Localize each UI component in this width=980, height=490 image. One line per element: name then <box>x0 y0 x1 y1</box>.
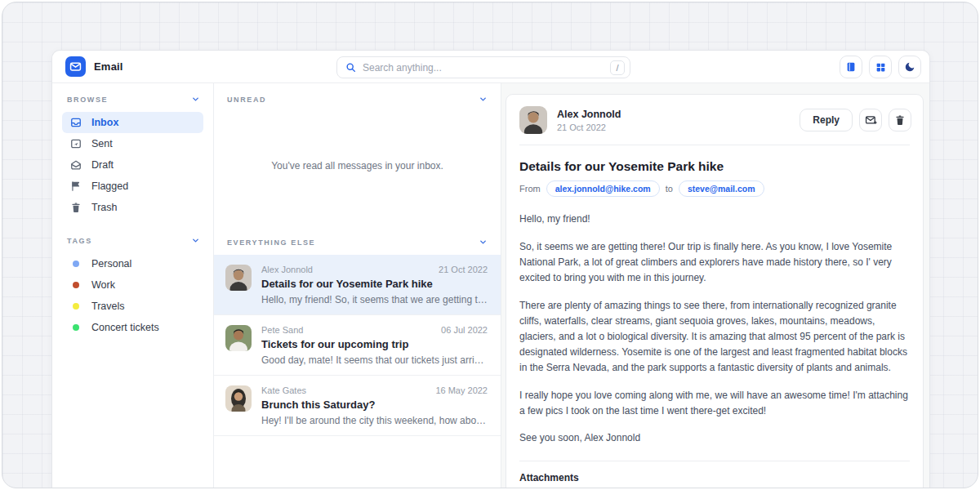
sidebar-item-label: Sent <box>91 138 113 149</box>
app-title: Email <box>94 60 123 73</box>
mail-preview: Hey! I'll be around the city this weeken… <box>261 415 488 426</box>
search-bar[interactable]: / <box>336 56 630 78</box>
tag-item-travels[interactable]: Travels <box>62 296 203 317</box>
from-label: From <box>519 184 541 194</box>
notebook-button[interactable] <box>840 56 862 78</box>
mail-preview: Hello, my friend! So, it seems that we a… <box>261 294 488 305</box>
message-list-panel: UNREAD You've read all messages in your … <box>214 83 501 488</box>
tag-color-dot <box>73 282 79 288</box>
sidebar-item-sent[interactable]: Sent <box>62 133 203 154</box>
body-paragraph: Hello, my friend! <box>519 212 910 227</box>
browse-label: BROWSE <box>67 96 108 104</box>
chevron-down-icon[interactable] <box>479 238 488 247</box>
trash-icon <box>70 202 82 213</box>
envelope-icon <box>69 60 82 73</box>
everything-else-label: EVERYTHING ELSE <box>227 238 315 247</box>
mail-list-item[interactable]: Pete Sand 06 Jul 2022 Tickets for our up… <box>214 315 501 376</box>
apps-grid-icon <box>875 62 886 73</box>
app-header: Email / <box>52 51 929 83</box>
app-logo <box>65 56 86 77</box>
mail-preview: Good day, mate! It seems that our ticket… <box>261 354 488 366</box>
tag-item-work[interactable]: Work <box>62 274 203 296</box>
tag-label: Travels <box>91 301 125 312</box>
notebook-icon <box>845 61 857 73</box>
header-actions <box>840 56 921 78</box>
unread-label: UNREAD <box>227 96 266 104</box>
dark-mode-button[interactable] <box>898 56 921 78</box>
tag-color-dot <box>73 261 79 267</box>
chevron-down-icon[interactable] <box>479 95 488 104</box>
mail-date: 21 Oct 2022 <box>439 265 488 274</box>
moon-icon <box>904 61 915 73</box>
sidebar-item-trash[interactable]: Trash <box>62 197 203 218</box>
reading-pane: Alex Jonnold 21 Oct 2022 Reply <box>501 83 929 488</box>
search-shortcut-hint: / <box>610 60 625 75</box>
email-body: Hello, my friend! So, it seems we are ge… <box>506 202 923 461</box>
mail-list-item[interactable]: Alex Jonnold 21 Oct 2022 Details for our… <box>214 255 501 315</box>
attachments-title: Attachments <box>519 472 910 483</box>
mail-subject: Brunch this Saturday? <box>261 399 488 411</box>
mail-date: 16 May 2022 <box>435 385 488 395</box>
mail-date: 06 Jul 2022 <box>441 325 488 335</box>
forward-mail-button[interactable] <box>859 109 882 131</box>
tag-label: Work <box>91 279 115 291</box>
desktop-background: Email / <box>2 2 978 488</box>
sidebar-item-draft[interactable]: Draft <box>62 154 203 176</box>
flag-icon <box>70 180 82 192</box>
email-app-window: Email / <box>51 50 930 488</box>
detail-date: 21 Oct 2022 <box>557 122 800 132</box>
search-input[interactable] <box>363 62 610 74</box>
sent-icon <box>70 138 82 149</box>
search-icon <box>345 62 356 73</box>
envelope-plus-icon <box>865 114 877 127</box>
sidebar-item-label: Trash <box>91 202 118 213</box>
body-paragraph: So, it seems we are getting there! Our t… <box>519 239 910 286</box>
chevron-down-icon[interactable] <box>191 236 200 245</box>
tag-item-personal[interactable]: Personal <box>62 253 203 274</box>
mail-subject: Details for our Yosemite Park hike <box>261 278 488 290</box>
email-detail-header: Alex Jonnold 21 Oct 2022 Reply <box>506 95 923 145</box>
avatar <box>225 265 252 291</box>
tag-item-concert-tickets[interactable]: Concert tickets <box>62 317 203 338</box>
inbox-icon <box>70 117 82 128</box>
draft-icon <box>70 159 82 171</box>
avatar <box>225 325 252 351</box>
tags-section-header[interactable]: TAGS <box>62 236 203 245</box>
browse-section-header[interactable]: BROWSE <box>62 95 203 104</box>
tags-label: TAGS <box>67 237 92 245</box>
sidebar-item-flagged[interactable]: Flagged <box>62 176 203 197</box>
sidebar-item-label: Flagged <box>91 180 128 192</box>
avatar <box>519 106 547 134</box>
detail-actions: Reply <box>800 109 911 131</box>
tag-label: Concert tickets <box>91 322 159 333</box>
email-detail-card: Alex Jonnold 21 Oct 2022 Reply <box>506 94 924 488</box>
unread-section-header[interactable]: UNREAD <box>214 95 501 104</box>
email-subject: Details for our Yosemite Park hike <box>506 145 923 180</box>
sidebar-item-inbox[interactable]: Inbox <box>62 112 203 133</box>
mail-sender: Alex Jonnold <box>261 265 313 274</box>
tag-color-dot <box>73 303 79 310</box>
body-paragraph: I really hope you love coming along with… <box>519 388 910 419</box>
sidebar: BROWSE Inbox <box>52 83 214 488</box>
avatar <box>225 385 252 412</box>
to-label: to <box>666 184 673 194</box>
delete-mail-button[interactable] <box>889 109 911 131</box>
from-email-pill[interactable]: alex.jonnold@hike.com <box>546 180 660 197</box>
reply-button[interactable]: Reply <box>800 109 853 131</box>
mail-subject: Tickets for our upcoming trip <box>261 338 488 350</box>
sidebar-item-label: Inbox <box>91 117 118 128</box>
apps-grid-button[interactable] <box>869 56 892 78</box>
mail-list-item[interactable]: Kate Gates 16 May 2022 Brunch this Satur… <box>214 376 501 436</box>
mail-sender: Kate Gates <box>261 385 306 395</box>
tag-label: Personal <box>91 258 131 270</box>
mail-sender: Pete Sand <box>261 325 303 335</box>
body-paragraph: There are plenty of amazing things to se… <box>519 298 910 376</box>
chevron-down-icon[interactable] <box>191 95 200 104</box>
attachments-section: Attachments <box>506 461 923 488</box>
everything-else-section-header[interactable]: EVERYTHING ELSE <box>214 238 501 247</box>
to-email-pill[interactable]: steve@mail.com <box>679 180 764 197</box>
tag-color-dot <box>73 324 79 331</box>
detail-sender-name: Alex Jonnold <box>557 109 800 120</box>
unread-empty-message: You've read all messages in your inbox. <box>214 104 501 228</box>
trash-icon <box>894 114 906 126</box>
